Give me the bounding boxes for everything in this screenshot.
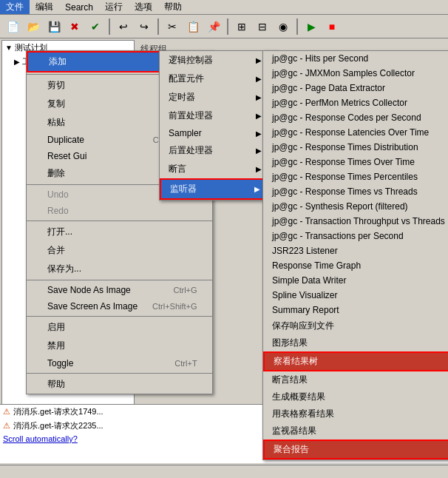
toolbar-paste-btn[interactable]: 📌: [204, 17, 223, 36]
toolbar-stop-btn[interactable]: ■: [322, 17, 342, 36]
toolbar-sep3: [227, 18, 228, 35]
field1-label: Shoul In Seco: [140, 61, 191, 70]
tree-child1[interactable]: ▶ 工作者...: [2, 55, 134, 69]
menu-edit[interactable]: 编辑: [30, 0, 59, 14]
tree-root[interactable]: ▼ 测试计划: [2, 41, 134, 55]
warning-icon-1: ⚠: [3, 407, 10, 417]
toolbar-new-btn[interactable]: 📄: [3, 17, 22, 36]
forever-input[interactable]: [178, 76, 208, 90]
menubar: 文件 编辑 Search 运行 选项 帮助: [0, 0, 448, 15]
toolbar: 📄 📂 💾 ✖ ✔ ↩ ↪ ✂ 📋 📌 ⊞ ⊟ ◉ ▶ ■: [0, 15, 448, 38]
warning-icon-2: ⚠: [3, 421, 10, 431]
tree-panel: ▼ 测试计划 ▶ 工作者...: [1, 40, 135, 462]
status-bar: [0, 465, 448, 478]
field2-label: hread creation: [140, 95, 192, 104]
forever-label: 永远: [156, 78, 172, 89]
scroll-text: Scroll automatically?: [3, 434, 78, 443]
log-row-1: ⚠ 消消乐.get-请求次1749...: [0, 405, 448, 419]
toolbar-open-btn[interactable]: 📂: [24, 17, 43, 36]
menu-options[interactable]: 选项: [129, 0, 158, 14]
toolbar-save-btn[interactable]: 💾: [44, 17, 64, 36]
toolbar-redo-btn[interactable]: ↪: [135, 17, 154, 36]
toolbar-toggle-btn[interactable]: ◉: [274, 17, 293, 36]
toolbar-close-btn[interactable]: ✖: [65, 17, 84, 36]
log-text-2: 消消乐.get-请求次2235...: [13, 420, 103, 431]
menu-help[interactable]: 帮助: [158, 0, 188, 14]
log-area: ⚠ 消消乐.get-请求次1749... ⚠ 消消乐.get-请求次2235..…: [0, 404, 448, 463]
menu-search[interactable]: Search: [59, 0, 99, 14]
tree-expand-icon: ▼: [5, 44, 13, 52]
toolbar-run-btn[interactable]: ▶: [302, 17, 321, 36]
toolbar-check-btn[interactable]: ✔: [86, 17, 105, 36]
toolbar-cut-btn[interactable]: ✂: [163, 17, 182, 36]
right-panel: 线程组 Shoul In Seco 永远 hread creation: [138, 40, 447, 462]
tree-child-icon1: ▶: [14, 58, 20, 66]
tree-child1-label: 工作者...: [22, 56, 53, 67]
main-area: ▼ 测试计划 ▶ 工作者... 线程组 Shoul In Seco 永远 hre…: [0, 38, 448, 463]
toolbar-sep2: [157, 18, 159, 35]
log-text-1: 消消乐.get-请求次1749...: [13, 406, 103, 417]
right-panel-label: 线程组: [140, 44, 167, 54]
toolbar-sep1: [109, 18, 110, 35]
toolbar-collapse-btn[interactable]: ⊟: [253, 17, 272, 36]
toolbar-undo-btn[interactable]: ↩: [114, 17, 133, 36]
log-row-2: ⚠ 消消乐.get-请求次2235...: [0, 419, 448, 433]
toolbar-sep4: [296, 18, 298, 35]
toolbar-expand-btn[interactable]: ⊞: [232, 17, 251, 36]
toolbar-copy-btn[interactable]: 📋: [183, 17, 203, 36]
tree-root-label: 测试计划: [15, 42, 47, 53]
forever-checkbox[interactable]: [140, 78, 150, 88]
log-row-3: Scroll automatically?: [0, 433, 448, 445]
menu-file[interactable]: 文件: [0, 0, 30, 14]
menu-run[interactable]: 运行: [99, 0, 129, 14]
